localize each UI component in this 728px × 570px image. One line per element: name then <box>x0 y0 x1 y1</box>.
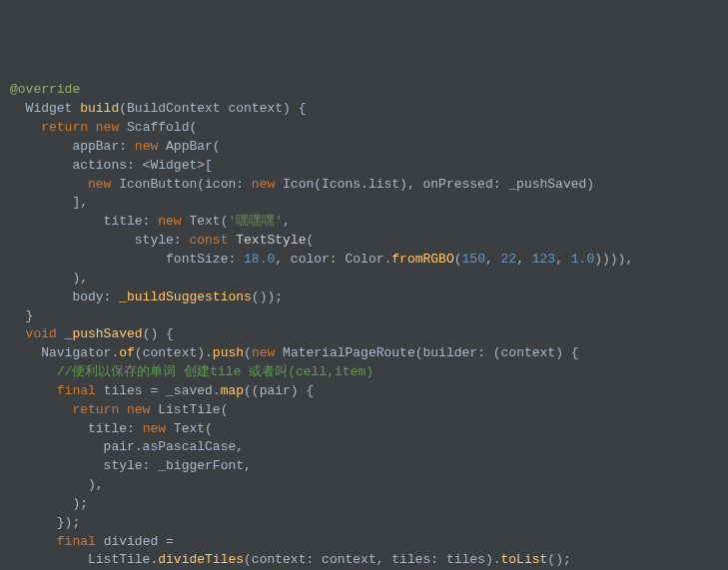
code-line: fontSize: 18.0, color: Color.fromRGBO(15… <box>10 252 633 267</box>
code-line: ListTile.divideTiles(context: context, t… <box>10 552 571 567</box>
code-line: //便利以保存的单词 创建tile 或者叫(cell,item) <box>10 364 373 379</box>
code-line: style: _biggerFont, <box>10 458 252 473</box>
code-line: Widget build(BuildContext context) { <box>10 101 306 116</box>
code-line: ); <box>10 496 88 511</box>
code-line: style: const TextStyle( <box>10 233 314 248</box>
code-line: ), <box>10 271 88 285</box>
code-line: final tiles = _saved.map((pair) { <box>10 383 314 398</box>
code-line: return new Scaffold( <box>10 120 197 135</box>
code-line: title: new Text( <box>10 421 213 436</box>
code-line: title: new Text('嘿嘿嘿', <box>10 214 291 229</box>
code-line: ), <box>10 477 104 492</box>
code-line: ], <box>10 195 88 210</box>
code-line: }); <box>10 515 80 530</box>
code-line: pair.asPascalCase, <box>10 439 244 454</box>
code-line: } <box>10 308 33 323</box>
code-line: final divided = <box>10 534 174 549</box>
code-line: body: _buildSuggestions()); <box>10 289 283 304</box>
code-editor[interactable]: @override Widget build(BuildContext cont… <box>10 81 718 570</box>
code-line: appBar: new AppBar( <box>10 139 221 154</box>
code-line: return new ListTile( <box>10 402 228 417</box>
code-line: void _pushSaved() { <box>10 326 174 341</box>
code-line: Navigator.of(context).push(new MaterialP… <box>10 345 579 360</box>
annotation-override: @override <box>10 82 80 97</box>
code-line: actions: <Widget>[ <box>10 158 213 173</box>
code-line: new IconButton(icon: new Icon(Icons.list… <box>10 177 594 192</box>
